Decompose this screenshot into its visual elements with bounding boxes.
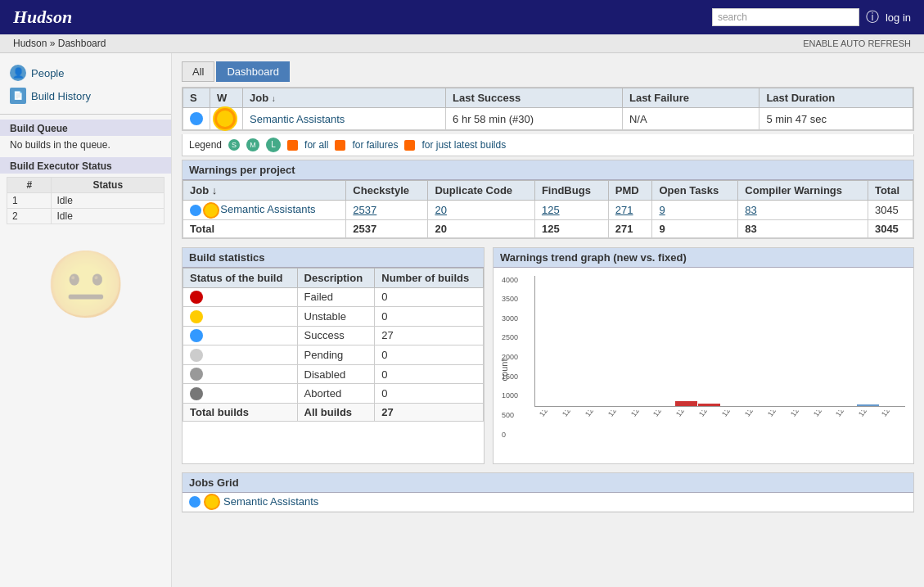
warnings-col-5: Open Tasks [652, 181, 738, 201]
build-stats-title: Build statistics [183, 248, 484, 268]
build-stats-row: Aborted 0 [183, 384, 484, 404]
login-link[interactable]: log in [886, 11, 911, 24]
executor-table: # Status 1Idle2Idle [7, 177, 165, 224]
dup-code-link[interactable]: 20 [435, 204, 446, 216]
build-history-icon: 📄 [10, 88, 26, 104]
executor-col-num: # [7, 178, 52, 193]
build-status-icon [190, 291, 203, 304]
auto-refresh-link[interactable]: ENABLE AUTO REFRESH [803, 38, 911, 48]
y-tick-1500: 1500 [502, 373, 518, 381]
build-status-icon [190, 387, 203, 400]
chart-x-labels: 12-1212-1312-1412-1512-1612-1712-1812-19… [534, 410, 905, 455]
people-label: People [31, 67, 64, 79]
warnings-row: Semantic Assistants 2537 20 125 271 9 83… [183, 201, 913, 220]
w-job-link[interactable]: Semantic Assistants [220, 203, 315, 215]
w-status-icon [190, 205, 201, 216]
people-icon: 👤 [10, 65, 26, 81]
warnings-col-4: PMD [608, 181, 652, 201]
executor-status-title: Build Executor Status [0, 157, 171, 174]
warnings-col-2: Duplicate Code [428, 181, 534, 201]
compiler-warnings-link[interactable]: 83 [745, 204, 756, 216]
warnings-table: Job ↓CheckstyleDuplicate CodeFindBugsPMD… [183, 180, 913, 238]
w-weather-icon [205, 204, 218, 217]
dashboard-table-box: S W Job ↓ Last Success Last Failure Last… [182, 87, 914, 131]
warnings-trend-title: Warnings trend graph (new vs. fixed) [494, 248, 913, 268]
feed-for-latest-link[interactable]: for just latest builds [421, 139, 506, 151]
no-builds-message: No builds in the queue. [10, 139, 110, 151]
feed-for-all-link[interactable]: for all [304, 139, 328, 151]
dashboard-row: Semantic Assistants 6 hr 58 min (#30) N/… [183, 108, 913, 130]
findbugs-link[interactable]: 125 [542, 204, 560, 216]
y-tick-3500: 3500 [502, 295, 518, 303]
sidebar-item-people[interactable]: 👤 People [7, 63, 165, 83]
col-job: Job ↓ [243, 88, 446, 108]
header: Hudson ⓘ log in [0, 0, 924, 34]
legend-row: Legend S M L for all for failures for ju… [182, 134, 914, 156]
pmd-link[interactable]: 271 [615, 204, 633, 216]
icon-m-label: M [246, 138, 259, 151]
col-w: W [210, 88, 243, 108]
status-icon-blue [190, 112, 203, 125]
executor-row: 2Idle [7, 209, 165, 224]
col-last-duration: Last Duration [759, 88, 913, 108]
jg-weather-icon [205, 495, 219, 508]
warnings-col-3: FindBugs [534, 181, 608, 201]
executor-row: 1Idle [7, 193, 165, 209]
job-link[interactable]: Semantic Assistants [250, 113, 345, 125]
logo: Hudson [13, 7, 72, 28]
warnings-col-6: Compiler Warnings [738, 181, 868, 201]
feed-for-failures-link[interactable]: for failures [352, 139, 398, 151]
y-tick-500: 500 [502, 411, 518, 419]
build-stats-table: Status of the build Description Number o… [183, 268, 484, 422]
warnings-col-1: Checkstyle [346, 181, 428, 201]
open-tasks-link[interactable]: 9 [659, 204, 665, 216]
chart-bar-group [857, 404, 879, 406]
build-status-icon [190, 368, 203, 381]
chart-bar-group [675, 401, 697, 406]
sidebar-item-build-history[interactable]: 📄 Build History [7, 86, 165, 106]
jobs-grid-row: Semantic Assistants [183, 493, 913, 512]
tab-all[interactable]: All [182, 61, 214, 82]
build-stats-row: Disabled 0 [183, 364, 484, 384]
col-s: S [183, 88, 210, 108]
y-tick-3000: 3000 [502, 314, 518, 323]
warnings-col-0: Job ↓ [183, 181, 346, 201]
breadcrumb: Hudson » Dashboard ENABLE AUTO REFRESH [0, 34, 924, 53]
build-queue-content: No builds in the queue. [0, 136, 171, 154]
bar-red [675, 401, 697, 406]
icon-s-label: S [228, 139, 240, 151]
mascot: 😐 [0, 244, 171, 326]
warnings-trend-panel: Warnings trend graph (new vs. fixed) cou… [493, 247, 914, 464]
tab-bar: AllDashboard [182, 61, 914, 82]
y-tick-1000: 1000 [502, 391, 518, 400]
chart-bars [534, 276, 905, 407]
legend-label: Legend [189, 139, 222, 151]
checkstyle-link[interactable]: 2537 [353, 204, 376, 216]
bs-col-count: Number of builds [375, 268, 484, 287]
build-status-icon [190, 349, 203, 362]
main-content: AllDashboard S W Job ↓ Last Success Last… [172, 53, 924, 587]
build-status-icon [190, 310, 203, 323]
bs-col-status: Status of the build [183, 268, 298, 287]
help-icon[interactable]: ⓘ [866, 9, 879, 26]
y-tick-4000: 4000 [502, 276, 518, 284]
build-stats-panel: Build statistics Status of the build Des… [182, 247, 485, 464]
build-stats-row: Success 27 [183, 326, 484, 345]
bottom-panels: Build statistics Status of the build Des… [182, 247, 914, 464]
dashboard-table: S W Job ↓ Last Success Last Failure Last… [183, 88, 913, 130]
bs-col-desc: Description [297, 268, 375, 287]
build-stats-total-row: Total builds All builds 27 [183, 403, 484, 421]
breadcrumb-hudson[interactable]: Hudson [13, 38, 47, 49]
breadcrumb-dashboard[interactable]: Dashboard [58, 38, 106, 49]
tab-dashboard[interactable]: Dashboard [216, 61, 290, 82]
jg-job-link[interactable]: Semantic Assistants [223, 495, 318, 508]
weather-icon-sun [217, 111, 233, 127]
warnings-table-box: Warnings per project Job ↓CheckstyleDupl… [182, 160, 914, 239]
jobs-grid-title: Jobs Grid [183, 473, 913, 493]
warnings-total-row: Total 2537 20 125 271 9 83 3045 [183, 219, 913, 237]
y-tick-0: 0 [502, 431, 518, 439]
build-stats-row: Pending 0 [183, 345, 484, 365]
search-input[interactable] [712, 8, 859, 26]
sidebar-nav: 👤 People 📄 Build History [0, 60, 171, 109]
build-status-icon [190, 329, 203, 342]
